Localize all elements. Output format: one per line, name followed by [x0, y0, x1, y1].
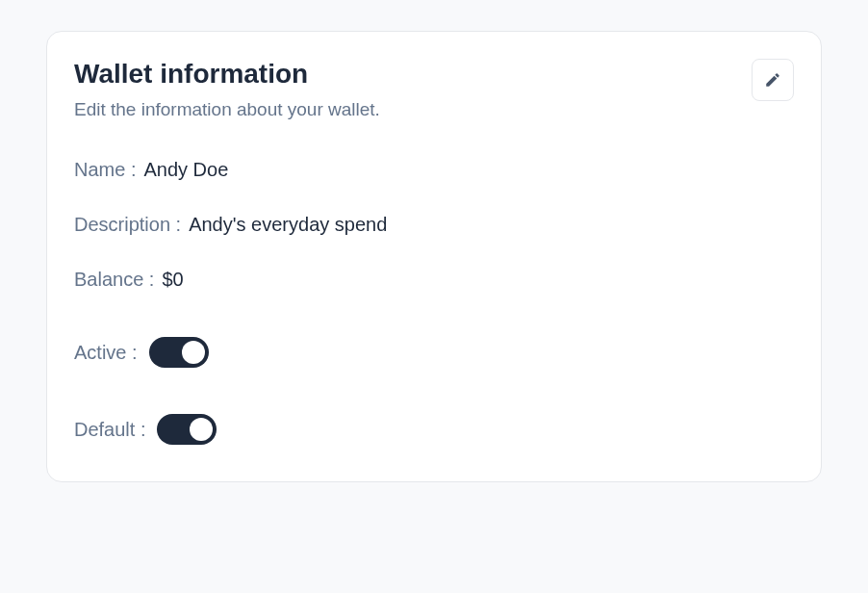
field-name: Name : Andy Doe: [74, 159, 794, 181]
card-header: Wallet information Edit the information …: [74, 59, 794, 120]
header-text: Wallet information Edit the information …: [74, 59, 752, 120]
field-description-label: Description :: [74, 214, 181, 236]
toggle-knob: [190, 418, 213, 441]
field-active: Active :: [74, 337, 794, 368]
field-default-label: Default :: [74, 419, 145, 441]
card-subtitle: Edit the information about your wallet.: [74, 99, 752, 120]
card-title: Wallet information: [74, 59, 752, 90]
field-name-value: Andy Doe: [143, 159, 228, 181]
field-description-value: Andy's everyday spend: [189, 214, 387, 236]
field-default: Default :: [74, 414, 794, 445]
field-balance: Balance : $0: [74, 269, 794, 291]
field-balance-value: $0: [162, 269, 183, 291]
toggle-knob: [182, 341, 205, 364]
field-name-label: Name :: [74, 159, 136, 181]
wallet-info-card: Wallet information Edit the information …: [46, 31, 822, 482]
pencil-icon: [764, 71, 781, 89]
default-toggle[interactable]: [157, 414, 217, 445]
field-active-label: Active :: [74, 342, 138, 364]
field-description: Description : Andy's everyday spend: [74, 214, 794, 236]
active-toggle[interactable]: [149, 337, 209, 368]
field-balance-label: Balance :: [74, 269, 154, 291]
edit-button[interactable]: [752, 59, 794, 101]
